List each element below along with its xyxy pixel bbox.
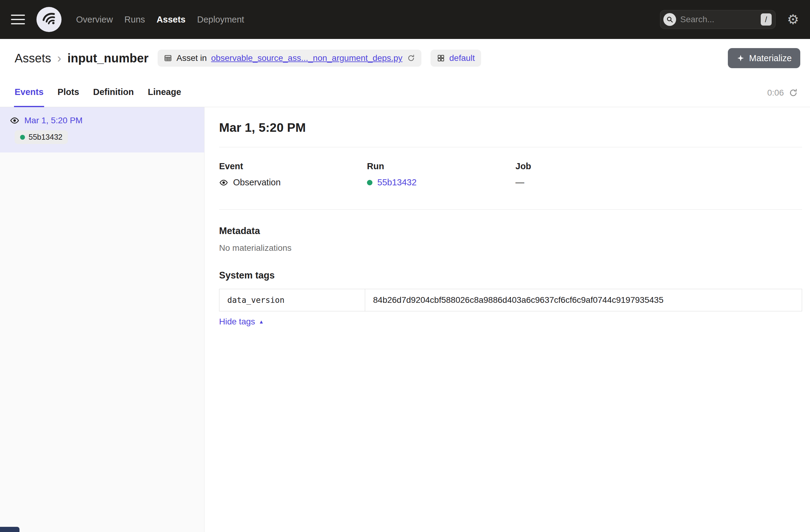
- run-column: Run 55b13432: [367, 161, 516, 188]
- tab-lineage[interactable]: Lineage: [148, 87, 181, 107]
- group-grid-icon: [437, 54, 445, 62]
- asset-group-tag: default: [431, 50, 481, 67]
- event-detail-panel: Mar 1, 5:20 PM Event Observation Run: [205, 107, 810, 532]
- nav-item-assets[interactable]: Assets: [157, 15, 185, 25]
- materialize-label: Materialize: [749, 53, 792, 63]
- dagster-logo-icon[interactable]: [36, 6, 62, 33]
- breadcrumb: Assets › input_number: [15, 51, 148, 65]
- event-column-label: Event: [219, 161, 367, 171]
- nav-item-deployment[interactable]: Deployment: [197, 15, 244, 25]
- system-tags-table: data_version 84b26d7d9204cbf588026c8a988…: [219, 289, 802, 311]
- asset-tabs: Events Plots Definition Lineage: [15, 87, 181, 107]
- event-type-value: Observation: [233, 177, 280, 188]
- caret-up-icon: ▲: [259, 319, 264, 324]
- table-grid-icon: [164, 54, 172, 62]
- hide-tags-link[interactable]: Hide tags ▲: [219, 317, 264, 326]
- sparkle-icon: [736, 54, 745, 62]
- primary-nav: Overview Runs Assets Deployment: [76, 15, 244, 25]
- event-timestamp-link[interactable]: Mar 1, 5:20 PM: [25, 116, 82, 125]
- refresh-icon[interactable]: [789, 88, 798, 97]
- tab-definition[interactable]: Definition: [93, 87, 134, 107]
- search-shortcut-badge: /: [761, 13, 772, 26]
- search-icon: [663, 13, 676, 26]
- asset-page-header: Assets › input_number Asset in observabl…: [0, 39, 810, 107]
- observation-eye-icon: [10, 116, 19, 125]
- table-row: data_version 84b26d7d9204cbf588026c8a988…: [220, 289, 802, 311]
- event-detail-title: Mar 1, 5:20 PM: [219, 120, 802, 135]
- refresh-timer: 0:06: [767, 88, 800, 107]
- run-tag[interactable]: 55b13432: [15, 130, 68, 144]
- events-sidebar: Mar 1, 5:20 PM 55b13432: [0, 107, 205, 532]
- refresh-countdown: 0:06: [767, 88, 784, 98]
- settings-gear-icon[interactable]: ⚙: [787, 13, 799, 26]
- run-status-dot: [367, 180, 372, 186]
- observation-eye-icon: [219, 178, 228, 187]
- metadata-heading: Metadata: [219, 226, 802, 237]
- job-column-label: Job: [516, 161, 802, 171]
- materialize-button[interactable]: Materialize: [728, 48, 800, 68]
- job-value: —: [516, 177, 802, 188]
- metadata-empty-message: No materializations: [219, 243, 802, 253]
- divider: [219, 209, 802, 210]
- nav-item-overview[interactable]: Overview: [76, 15, 113, 25]
- dagster-app: Overview Runs Assets Deployment / ⚙: [0, 0, 810, 532]
- reload-definitions-icon[interactable]: [407, 54, 415, 62]
- asset-location-prefix: Asset in: [177, 53, 207, 63]
- event-list-item[interactable]: Mar 1, 5:20 PM 55b13432: [0, 107, 204, 152]
- global-search[interactable]: /: [660, 10, 776, 29]
- top-navigation: Overview Runs Assets Deployment / ⚙: [0, 0, 810, 39]
- tag-key-cell: data_version: [220, 289, 365, 311]
- tab-events[interactable]: Events: [15, 87, 44, 107]
- breadcrumb-assets-link[interactable]: Assets: [15, 51, 51, 65]
- asset-group-link[interactable]: default: [450, 53, 475, 63]
- asset-events-content: Mar 1, 5:20 PM 55b13432 Mar 1, 5:20 PM E…: [0, 107, 810, 532]
- chevron-right-icon: ›: [57, 52, 61, 64]
- nav-right-controls: / ⚙: [660, 10, 799, 29]
- menu-icon[interactable]: [11, 13, 25, 26]
- asset-tabs-row: Events Plots Definition Lineage 0:06: [15, 87, 800, 107]
- system-tags-heading: System tags: [219, 270, 802, 281]
- nav-item-runs[interactable]: Runs: [125, 15, 145, 25]
- run-tag-id: 55b13432: [29, 133, 62, 142]
- divider: [219, 147, 802, 147]
- run-id-link[interactable]: 55b13432: [377, 177, 417, 188]
- breadcrumb-row: Assets › input_number Asset in observabl…: [15, 48, 800, 68]
- bottom-left-widget[interactable]: [0, 527, 19, 532]
- run-column-label: Run: [367, 161, 516, 171]
- tag-value-cell: 84b26d7d9204cbf588026c8a9886d403a6c9637c…: [365, 289, 802, 311]
- run-status-dot: [20, 135, 25, 140]
- asset-file-link[interactable]: observable_source_ass..._non_argument_de…: [211, 53, 403, 63]
- tab-plots[interactable]: Plots: [58, 87, 79, 107]
- hide-tags-label: Hide tags: [219, 317, 255, 326]
- breadcrumb-current-asset: input_number: [67, 51, 148, 65]
- asset-location-tag: Asset in observable_source_ass..._non_ar…: [158, 50, 421, 67]
- event-column: Event Observation: [219, 161, 367, 188]
- search-input[interactable]: [680, 15, 757, 25]
- job-column: Job —: [516, 161, 802, 188]
- event-summary-columns: Event Observation Run 55b13432: [219, 161, 802, 188]
